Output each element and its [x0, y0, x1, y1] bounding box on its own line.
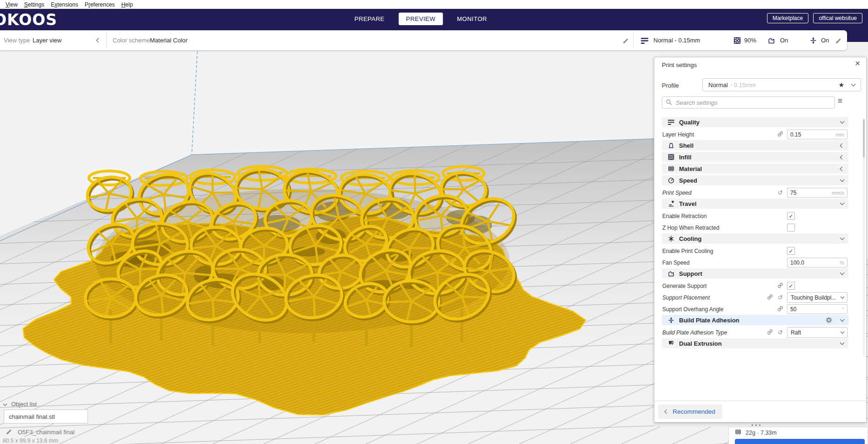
setting-fan-speed: Fan Speed100.0%: [662, 257, 848, 268]
enable-retraction-checkbox[interactable]: ✓: [787, 212, 795, 220]
stage-tabs: PREPAREPREVIEWMONITOR: [347, 13, 495, 25]
menu-item-help[interactable]: Help: [118, 1, 136, 8]
setting-label: Z Hop When Retracted: [662, 225, 784, 231]
material-estimate-value: 22g · 7.33m: [746, 430, 777, 436]
setting-unit: %: [840, 260, 844, 266]
undo-icon[interactable]: ↺: [777, 190, 784, 196]
setting-label: Build Plate Adhesion Type: [662, 329, 763, 336]
profile-dropdown[interactable]: Normal - 0.15mm ★: [702, 78, 861, 91]
chevron-down-icon: [840, 178, 845, 182]
layer-height-input[interactable]: 0.15mm: [787, 130, 848, 139]
menu-bar: ViewSettingsExtensionsPreferencesHelp: [0, 0, 868, 9]
primary-action-button[interactable]: [735, 439, 865, 444]
link-icon[interactable]: [767, 294, 774, 301]
settings-category-speed[interactable]: Speed: [662, 175, 848, 185]
settings-scrollbar[interactable]: [863, 118, 865, 356]
build-plate-adhesion-type-select[interactable]: Raft: [787, 327, 848, 338]
collapse-panel-icon[interactable]: [97, 30, 100, 50]
profile-detail: - 0.15mm: [730, 82, 839, 89]
search-settings-input[interactable]: [675, 99, 831, 107]
setting-label: Print Speed: [662, 190, 774, 196]
enable-print-cooling-checkbox[interactable]: ✓: [787, 247, 795, 255]
menu-item-preferences[interactable]: Preferences: [81, 1, 118, 8]
recommended-label: Recommended: [673, 408, 715, 415]
setting-generate-support: Generate Support✓: [662, 280, 848, 292]
support-placement-select[interactable]: Touching Buildpl...: [787, 292, 848, 303]
settings-category-infill[interactable]: Infill: [662, 152, 848, 162]
undo-icon[interactable]: ↺: [777, 294, 784, 301]
infill-icon: [733, 30, 741, 50]
settings-category-shell[interactable]: Shell: [662, 140, 848, 150]
menu-item-settings[interactable]: Settings: [21, 1, 47, 8]
edit-printer-pencil-icon[interactable]: [6, 428, 13, 436]
cooling-icon: [668, 235, 674, 242]
category-label: Quality: [679, 119, 836, 126]
link-icon[interactable]: [767, 329, 774, 336]
scrollbar-thumb[interactable]: [863, 119, 865, 157]
close-icon[interactable]: ×: [855, 59, 860, 68]
tab-monitor[interactable]: MONITOR: [450, 13, 495, 25]
drag-handle-icon[interactable]: [752, 424, 760, 426]
settings-category-travel[interactable]: Travel: [662, 198, 848, 209]
support-icon: [768, 30, 775, 50]
adhesion-summary[interactable]: On: [821, 30, 829, 50]
infill-summary[interactable]: 90%: [744, 30, 756, 50]
profile-summary[interactable]: Normal - 0.15mm: [653, 30, 700, 50]
shell-icon: [668, 142, 674, 149]
chevron-left-icon: [665, 410, 669, 414]
panel-resize-strip[interactable]: [654, 423, 868, 427]
support-summary[interactable]: On: [780, 30, 788, 50]
settings-category-build-plate-adhesion[interactable]: Build Plate Adhesion: [662, 315, 848, 325]
settings-category-material[interactable]: Material: [662, 164, 848, 174]
fan-speed-input[interactable]: 100.0%: [787, 258, 848, 267]
z-hop-when-retracted-checkbox[interactable]: [787, 224, 795, 232]
edit-view-pencil-icon[interactable]: [622, 30, 629, 50]
print-speed-input[interactable]: 75mm/s: [787, 188, 848, 198]
edit-settings-pencil-icon[interactable]: [835, 30, 842, 50]
setting-print-speed: Print Speed↺75mm/s: [662, 187, 848, 198]
gear-icon[interactable]: [826, 317, 832, 323]
chevron-down-icon: [840, 341, 845, 345]
print-settings-panel: Print settings × Profile Normal - 0.15mm…: [654, 57, 867, 423]
category-label: Shell: [679, 142, 836, 149]
object-list-toggle[interactable]: Object list: [4, 401, 37, 408]
speed-icon: [668, 177, 674, 184]
category-label: Travel: [679, 200, 836, 207]
toolbar-divider: [633, 32, 633, 48]
link-icon[interactable]: [777, 282, 784, 289]
printer-row[interactable]: O5F3_chainmail final: [6, 428, 74, 436]
offical-websitue-button[interactable]: offical websitue: [813, 13, 862, 23]
profile-label: Profile: [662, 82, 679, 89]
adhesion-icon: [668, 317, 674, 323]
chevron-down-icon: [840, 271, 845, 275]
setting-unit: °: [842, 307, 844, 312]
settings-visibility-menu-icon[interactable]: ≡: [838, 96, 842, 106]
object-list-item[interactable]: chainmail final.stl: [4, 410, 88, 424]
recommended-mode-button[interactable]: Recommended: [658, 404, 722, 419]
settings-category-cooling[interactable]: Cooling: [662, 233, 848, 244]
support-overhang-angle-input[interactable]: 50°: [787, 304, 848, 314]
tab-preview[interactable]: PREVIEW: [398, 13, 443, 25]
settings-category-support[interactable]: Support: [662, 268, 848, 279]
color-scheme-value[interactable]: Material Color: [150, 30, 188, 50]
category-label: Infill: [679, 154, 836, 161]
link-icon[interactable]: [777, 306, 784, 313]
star-icon[interactable]: ★: [838, 81, 844, 89]
category-label: Build Plate Adhesion: [679, 317, 821, 324]
undo-icon[interactable]: ↺: [777, 329, 784, 335]
menu-item-extensions[interactable]: Extensions: [47, 1, 81, 8]
material-spool-icon: [735, 429, 741, 437]
generate-support-checkbox[interactable]: ✓: [787, 282, 795, 290]
marketplace-button[interactable]: Marketplace: [767, 13, 808, 23]
menu-item-view[interactable]: View: [2, 1, 21, 8]
top-actions: Marketplaceoffical websitue: [767, 13, 862, 23]
settings-category-quality[interactable]: Quality: [662, 117, 848, 127]
settings-category-dual-extrusion[interactable]: Dual Extrusion: [662, 338, 848, 348]
setting-enable-print-cooling: Enable Print Cooling✓: [662, 245, 848, 257]
chevron-left-icon: [840, 155, 845, 159]
quality-icon: [668, 119, 674, 125]
view-type-value[interactable]: Layer view: [33, 30, 61, 50]
tab-prepare[interactable]: PREPARE: [347, 13, 392, 25]
link-icon[interactable]: [777, 131, 784, 138]
job-summary-card: 22g · 7.33m: [728, 427, 868, 444]
